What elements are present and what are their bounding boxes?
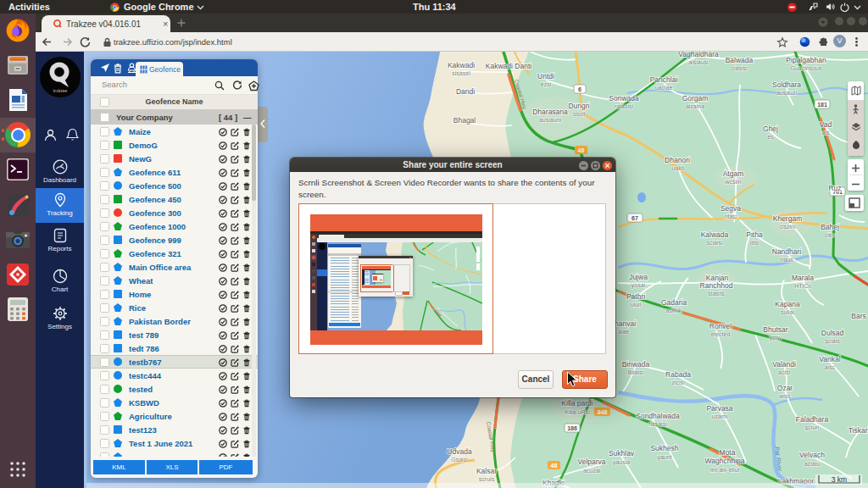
svg-text:Bars: Bars <box>851 312 865 320</box>
svg-text:Tiskari: Tiskari <box>849 426 868 435</box>
svg-text:Dulsad: Dulsad <box>821 329 844 337</box>
svg-text:Mota: Mota <box>720 448 736 457</box>
svg-text:uluil: uluil <box>631 302 642 308</box>
svg-text:Pitha: Pitha <box>746 230 763 239</box>
svg-text:Atgam: Atgam <box>723 169 744 178</box>
svg-text:ézsi: ézsi <box>541 81 552 87</box>
svg-text:Dharasana: Dharasana <box>532 108 568 116</box>
svg-text:Dandi: Dandi <box>456 87 475 96</box>
svg-text:acuzai: acuzai <box>583 468 601 474</box>
svg-text:ès: ès <box>767 134 774 140</box>
svg-text:Kapana: Kapana <box>775 300 800 308</box>
svg-text:Bahej: Bahej <box>821 223 839 231</box>
svg-text:ausiauni: ausiauni <box>539 117 562 123</box>
svg-text:scruis: scruis <box>479 476 495 482</box>
svg-text:aisc: aisc <box>825 364 836 370</box>
svg-text:186: 186 <box>567 425 577 431</box>
svg-text:Valandi: Valandi <box>772 360 796 369</box>
svg-text:3 km: 3 km <box>832 475 847 484</box>
svg-text:acialu: acialu <box>804 461 820 467</box>
svg-text:Dhanori: Dhanori <box>665 156 690 164</box>
svg-text:ciès: ciès <box>825 232 836 238</box>
svg-text:Pathri: Pathri <box>626 292 645 301</box>
svg-text:yaunt: yaunt <box>657 454 671 461</box>
svg-text:aiaè: aiaè <box>618 329 629 335</box>
svg-text:Ruz: Ruz <box>828 184 841 192</box>
svg-text:Sukhlav: Sukhlav <box>609 449 635 458</box>
svg-text:Gadaria: Gadaria <box>661 298 687 307</box>
svg-text:sciaisi: sciaisi <box>706 240 723 246</box>
svg-text:Soldhara: Soldhara <box>772 80 801 89</box>
svg-text:şciuri: şciuri <box>805 424 820 431</box>
svg-text:wiss: wiss <box>778 393 791 399</box>
svg-text:şciais: şciais <box>825 338 840 345</box>
svg-text:Udvada: Udvada <box>447 447 472 456</box>
svg-text:uaciaé: uaciaé <box>655 85 673 91</box>
svg-text:Gorgam: Gorgam <box>682 94 709 103</box>
svg-text:uzami: uzami <box>712 413 728 419</box>
svg-text:yosai: yosai <box>632 282 646 289</box>
svg-text:yausia: yausia <box>613 459 630 466</box>
svg-text:Sondhalwada: Sondhalwada <box>636 412 680 420</box>
svg-text:Ronvel: Ronvel <box>709 322 732 330</box>
svg-text:yciry: yciry <box>770 335 782 341</box>
svg-text:48: 48 <box>551 463 558 469</box>
svg-text:Pipalgabhan: Pipalgabhan <box>786 56 826 64</box>
svg-text:trakzee: trakzee <box>53 88 68 93</box>
svg-text:elected: elected <box>711 331 731 337</box>
svg-text:848: 848 <box>598 409 608 415</box>
svg-text:ciszini: ciszini <box>779 224 796 230</box>
svg-text:Marala: Marala <box>792 274 814 282</box>
svg-text:Kakwadi Danti: Kakwadi Danti <box>486 62 531 70</box>
svg-text:Khergam: Khergam <box>773 214 803 223</box>
svg-text:uallö: uallö <box>672 165 685 171</box>
svg-text:wcsiin: wcsiin <box>724 179 741 185</box>
svg-text:Jujwa: Jujwa <box>629 273 648 281</box>
svg-text:Bhagal: Bhagal <box>453 116 476 125</box>
svg-text:Sonwada: Sonwada <box>609 94 639 103</box>
svg-text:181: 181 <box>817 102 827 108</box>
svg-text:Rabada: Rabada <box>665 370 691 379</box>
svg-text:Dungri: Dungri <box>568 102 589 110</box>
svg-text:rlauil: rlauil <box>781 257 793 263</box>
svg-text:Kakwadi: Kakwadi <box>448 61 475 69</box>
svg-text:Binwada: Binwada <box>622 360 650 369</box>
svg-text:Waghchhipa: Waghchhipa <box>705 457 745 465</box>
svg-text:Gsaisi: Gsaisi <box>451 457 468 463</box>
svg-text:Vankal: Vankal <box>819 355 840 363</box>
svg-text:hanvai: hanvai <box>615 319 636 328</box>
svg-text:Kalwada: Kalwada <box>701 230 729 239</box>
svg-text:ssoil: ssoil <box>573 111 585 117</box>
svg-text:ritasi: ritasi <box>725 214 737 219</box>
svg-text:Bilaisi: Bilaisi <box>628 369 644 375</box>
svg-text:Bhutsar: Bhutsar <box>763 325 787 334</box>
svg-text:aizaina: aizaina <box>686 103 704 109</box>
svg-text:asRi4i: asRi4i <box>665 308 682 313</box>
svg-text:Killa pardi: Killa pardi <box>561 399 593 408</box>
svg-text:aiś: aiś <box>822 130 830 136</box>
svg-text:Kalsar: Kalsar <box>476 467 497 475</box>
svg-text:67: 67 <box>632 215 638 221</box>
svg-text:ausauzi: ausauzi <box>776 90 798 96</box>
svg-text:Velparva: Velparva <box>577 458 605 466</box>
svg-text:zicisi: zicisi <box>671 380 685 385</box>
svg-text:lini aiv-ellui: lini aiv-ellui <box>710 467 740 473</box>
svg-text:Balwada: Balwada <box>726 56 754 64</box>
svg-text:Segva: Segva <box>721 204 741 213</box>
svg-text:Nandhari: Nandhari <box>772 247 802 256</box>
svg-text:stasils: stasils <box>708 291 725 297</box>
svg-text:Sukhesh: Sukhesh <box>650 444 678 452</box>
svg-text:Ghej: Ghej <box>763 125 778 133</box>
svg-text:dlsi: dlsi <box>750 240 760 246</box>
svg-text:Panchlai: Panchlai <box>650 75 678 84</box>
svg-text:ricsaisi: ricsaisi <box>648 421 667 427</box>
svg-text:ciasisi: ciasisi <box>731 65 748 71</box>
svg-text:Untdi: Untdi <box>537 72 554 80</box>
svg-text:Guacinsous: Guacinsous <box>791 65 822 71</box>
svg-text:48: 48 <box>578 147 585 153</box>
svg-text:ratasisi: ratasisi <box>615 103 634 109</box>
svg-text:aciŝl: aciŝl <box>778 369 790 375</box>
svg-text:sisasél: sisasél <box>452 70 470 76</box>
svg-text:suliai: suliai <box>781 309 794 315</box>
svg-text:Ranchhod: Ranchhod <box>700 281 733 290</box>
